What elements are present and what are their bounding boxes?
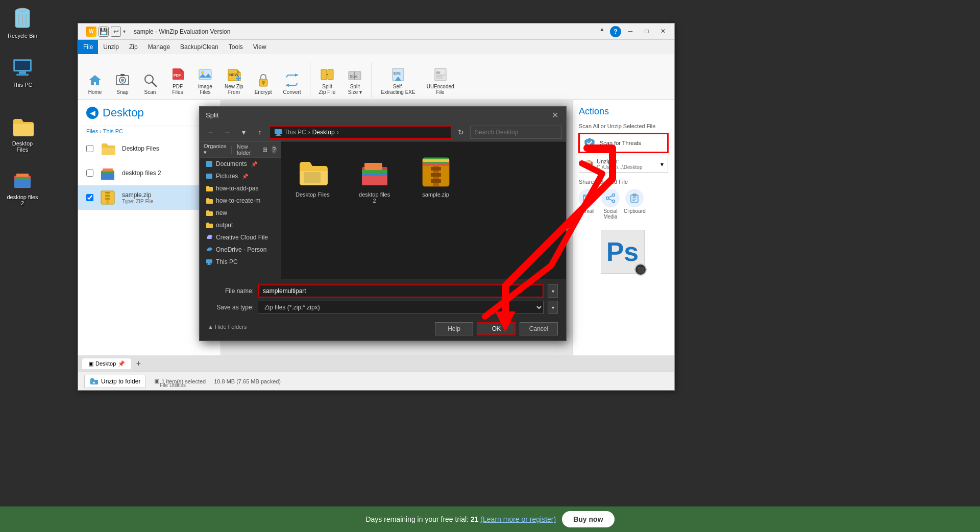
qat-undo-btn[interactable]: ↩ <box>111 27 121 37</box>
ribbon: Home Snap Scan <box>78 54 674 100</box>
tab-checkbox[interactable]: ▣ <box>88 360 93 367</box>
dialog-search-input[interactable] <box>470 126 562 139</box>
ribbon-btn-scan[interactable]: Scan <box>137 69 163 98</box>
menu-unzip[interactable]: Unzip <box>98 40 124 54</box>
dialog-address-bar[interactable]: This PC › Desktop › <box>269 126 452 139</box>
menu-view[interactable]: View <box>248 40 272 54</box>
save-as-type-select[interactable]: Zip files (*.zip;*.zipx) <box>258 301 544 314</box>
desktop-icon-this-pc[interactable]: This PC <box>2 51 43 92</box>
dialog-file-desktop-files[interactable]: Desktop Files <box>291 152 334 202</box>
dialog-close-button[interactable]: ✕ <box>550 110 560 120</box>
dialog-back-btn[interactable]: ← <box>204 125 218 139</box>
sidebar-item-this-pc[interactable]: This PC <box>200 256 281 268</box>
promo-link[interactable]: (Learn more or register) <box>480 515 556 523</box>
split-dialog: Split ✕ ← → ▾ ↑ This PC › Desktop › ↻ Or… <box>199 106 567 341</box>
share-email-button[interactable]: Email <box>579 189 597 220</box>
ribbon-btn-convert[interactable]: Convert <box>279 69 306 98</box>
menu-backup-clean[interactable]: Backup/Clean <box>175 40 224 54</box>
file-name-input[interactable] <box>258 284 544 298</box>
save-type-dropdown[interactable]: ▾ <box>548 301 558 314</box>
pdf-files-label: PDFFiles <box>172 84 183 95</box>
file-checkbox-sample-zip[interactable] <box>86 194 93 201</box>
share-social-button[interactable]: SocialMedia <box>601 189 620 220</box>
sidebar-item-how-to-add[interactable]: how-to-add-pas <box>200 182 281 195</box>
breadcrumb-files[interactable]: Files <box>86 128 98 134</box>
unzip-to-folder-button[interactable]: Unzip to folder <box>84 375 146 388</box>
tab-add-button[interactable]: + <box>133 358 143 369</box>
file-name-dropdown[interactable]: ▾ <box>548 284 558 298</box>
dialog-file-sample-zip[interactable]: sample.zip <box>415 152 456 202</box>
desktop-files-icon <box>10 114 35 138</box>
svg-rect-73 <box>276 135 281 136</box>
pdf-icon: PDF <box>169 66 186 83</box>
menu-manage[interactable]: Manage <box>143 40 175 54</box>
ribbon-btn-snap[interactable]: Snap <box>110 69 135 98</box>
svg-rect-36 <box>321 69 327 80</box>
maximize-button[interactable]: □ <box>640 26 654 36</box>
ribbon-btn-image-files[interactable]: ImageFiles <box>192 64 218 98</box>
ribbon-btn-pdf-files[interactable]: PDF PDFFiles <box>165 64 190 98</box>
unzip-text: Unzip to: C:\Users\...\Desktop <box>597 158 642 170</box>
share-clipboard-button[interactable]: Clipboard <box>624 189 646 220</box>
dialog-recent-btn[interactable]: ▾ <box>236 125 251 139</box>
menu-zip[interactable]: Zip <box>124 40 143 54</box>
svg-rect-84 <box>362 176 387 185</box>
ribbon-btn-new-zip-from[interactable]: NEW New ZipFrom <box>220 64 248 98</box>
sidebar-item-output[interactable]: output <box>200 219 281 231</box>
file-checkbox-desktop-files[interactable] <box>86 145 93 152</box>
dialog-forward-btn[interactable]: → <box>220 125 234 139</box>
sidebar-item-onedrive[interactable]: OneDrive - Person <box>200 244 281 256</box>
desktop-icon-desktop-files-2[interactable]: desktop files 2 <box>2 163 43 210</box>
desktop-icon-recycle-bin[interactable]: Recycle Bin <box>2 2 43 43</box>
tab-desktop[interactable]: ▣ Desktop 📌 <box>82 358 131 369</box>
scan-threats-button[interactable]: Scan for Threats <box>579 133 668 153</box>
ribbon-btn-split-size[interactable]: Size SplitSize ▾ <box>342 64 368 98</box>
file-checkbox-desktop-files-2[interactable] <box>86 170 93 177</box>
ribbon-btn-uuencoded[interactable]: UU UUEncodedFile <box>422 64 459 98</box>
dialog-cancel-button[interactable]: Cancel <box>520 322 558 335</box>
split-zip-icon <box>319 66 335 83</box>
sidebar-item-documents[interactable]: Documents <box>200 158 281 170</box>
unzip-dropdown-arrow[interactable]: ▾ <box>660 161 664 168</box>
menu-tools[interactable]: Tools <box>224 40 248 54</box>
ribbon-btn-self-extracting[interactable]: EXE Self-Extracting EXE <box>376 64 420 98</box>
desktop-files-label: Desktop Files <box>6 140 39 153</box>
sidebar-item-new[interactable]: new <box>200 207 281 219</box>
help-button[interactable]: ? <box>610 26 621 37</box>
dialog-ok-button[interactable]: OK <box>477 322 516 335</box>
file-name-row: File name: ▾ <box>208 284 558 298</box>
new-folder-button[interactable]: New folder <box>237 143 254 156</box>
nav-back-button[interactable]: ◀ <box>86 107 99 119</box>
qat-dropdown-btn[interactable]: ▾ <box>123 29 126 34</box>
this-pc-icon <box>10 55 35 80</box>
help-dialog-btn[interactable]: ? <box>272 146 277 154</box>
ribbon-btn-encrypt[interactable]: Encrypt <box>250 69 277 98</box>
ribbon-btn-split-zip[interactable]: SplitZip File <box>314 64 340 98</box>
organize-button[interactable]: Organize ▾ <box>204 143 227 156</box>
sidebar-item-how-to-create[interactable]: how-to-create-m <box>200 195 281 207</box>
close-button[interactable]: ✕ <box>656 26 670 36</box>
sample-zip-file-icon <box>100 189 116 206</box>
dialog-refresh-btn[interactable]: ↻ <box>454 125 468 139</box>
sidebar-item-pictures[interactable]: Pictures <box>200 170 281 182</box>
unzip-to-button[interactable]: 📦 Unzip to: C:\Users\...\Desktop ▾ <box>579 156 668 173</box>
breadcrumb-this-pc[interactable]: This PC <box>103 128 123 134</box>
menu-file[interactable]: File <box>78 40 98 54</box>
svg-marker-34 <box>295 74 299 77</box>
buy-now-button[interactable]: Buy now <box>562 511 614 527</box>
desktop-files-folder-icon <box>100 140 116 157</box>
split-size-icon: Size <box>347 66 363 83</box>
view-toggle-btn[interactable]: ⊞ <box>262 146 267 153</box>
dialog-help-button[interactable]: Help <box>435 322 473 335</box>
ribbon-collapse-btn[interactable]: ▲ <box>596 26 608 37</box>
minimize-button[interactable]: ─ <box>623 26 638 36</box>
qat-save-btn[interactable]: 💾 <box>99 27 109 37</box>
hide-folders-button[interactable]: ▲ Hide Folders <box>208 324 247 330</box>
dialog-file-desktop-files-2[interactable]: desktop files2 <box>354 152 395 208</box>
dialog-up-btn[interactable]: ↑ <box>253 125 267 139</box>
winzip-logo: W <box>86 27 96 37</box>
sidebar-item-creative-cloud[interactable]: Creative Cloud File <box>200 231 281 244</box>
desktop-icon-desktop-files[interactable]: Desktop Files <box>2 110 43 157</box>
ribbon-btn-home[interactable]: Home <box>82 69 108 98</box>
tab-pin-icon[interactable]: 📌 <box>118 360 125 367</box>
